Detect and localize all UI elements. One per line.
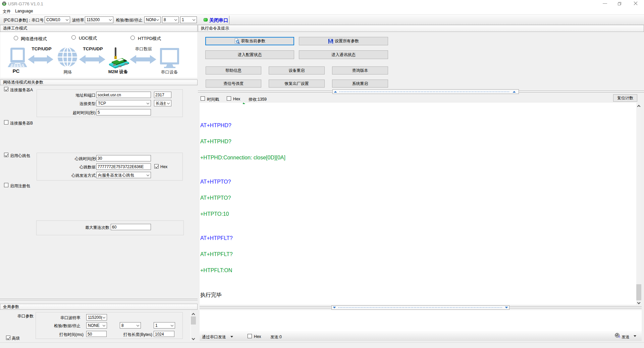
svg-text:M2M 设备: M2M 设备	[108, 69, 128, 74]
svg-text:TCP/UDP: TCP/UDP	[32, 46, 51, 51]
svg-text:PC: PC	[13, 68, 20, 74]
svg-text:TCP/UDP: TCP/UDP	[83, 46, 103, 51]
svg-text:串口设备: 串口设备	[161, 70, 178, 74]
svg-text:串口数据: 串口数据	[135, 47, 152, 51]
svg-text:网络: 网络	[64, 70, 72, 74]
